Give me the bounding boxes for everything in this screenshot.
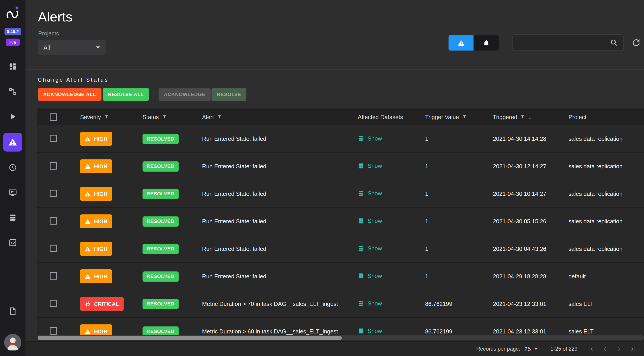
sidebar-item-dashboard[interactable] <box>4 58 22 76</box>
severity-badge: HIGH <box>80 242 112 256</box>
records-per-page-select[interactable]: 25 <box>524 346 538 352</box>
next-page-button[interactable] <box>616 346 622 352</box>
show-datasets-link[interactable]: Show <box>358 135 382 142</box>
table-row: HIGH RESOLVED Run Entered State: failed … <box>37 263 644 290</box>
monitor-icon <box>8 188 17 196</box>
sidebar-item-runs[interactable] <box>4 108 22 126</box>
resolve-all-button[interactable]: RESOLVE ALL <box>103 88 149 100</box>
play-icon <box>8 112 17 121</box>
show-datasets-link[interactable]: Show <box>358 162 382 169</box>
sidebar-item-scheduled-runs[interactable] <box>4 158 22 177</box>
column-header-alert[interactable]: Alert <box>202 114 358 120</box>
filter-icon[interactable] <box>162 114 166 119</box>
bell-icon <box>482 39 490 47</box>
trigger-value: 1 <box>425 163 493 170</box>
horizontal-scrollbar-track[interactable] <box>37 335 644 340</box>
row-checkbox[interactable] <box>50 217 57 224</box>
severity-label: CRITICAL <box>94 301 119 307</box>
sort-desc-icon[interactable]: ↓ <box>528 114 532 120</box>
table-row: HIGH RESOLVED Run Entered State: failed … <box>37 125 644 153</box>
triggered-timestamp: 2021-04-30 12:14:27 <box>493 163 568 170</box>
search-icon <box>610 38 618 47</box>
page-header: Alerts Projects All <box>26 0 644 70</box>
warning-triangle-icon <box>458 39 465 47</box>
chevron-down-icon <box>96 46 100 48</box>
alert-text: Run Entered State: failed <box>202 191 358 197</box>
last-page-button[interactable] <box>630 346 636 352</box>
document-icon <box>8 307 17 316</box>
toggle-notifications-button[interactable] <box>474 36 499 50</box>
search-input[interactable] <box>518 39 610 46</box>
warning-triangle-icon <box>84 136 91 142</box>
table-row: HIGH RESOLVED Run Entered State: failed … <box>37 180 644 208</box>
trigger-value: 1 <box>425 218 493 225</box>
show-datasets-link[interactable]: Show <box>358 328 382 334</box>
first-page-button[interactable] <box>588 346 594 352</box>
row-checkbox[interactable] <box>50 327 57 334</box>
database-icon <box>358 190 364 196</box>
column-header-triggered[interactable]: Triggered ↓ <box>493 114 568 120</box>
column-header-trigger-value[interactable]: Trigger Value <box>425 114 493 120</box>
sidebar-item-datasets[interactable] <box>4 209 22 227</box>
filter-icon[interactable] <box>217 114 222 119</box>
sidebar-item-alerts[interactable] <box>4 133 22 152</box>
show-datasets-link[interactable]: Show <box>358 272 382 279</box>
horizontal-scrollbar-thumb[interactable] <box>38 336 342 340</box>
triggered-timestamp: 2021-04-30 04:43:26 <box>493 246 568 252</box>
row-checkbox[interactable] <box>50 300 57 307</box>
acknowledge-all-button[interactable]: ACKNOWLEDGE ALL <box>38 88 101 100</box>
column-header-project[interactable]: Project <box>568 114 644 120</box>
project-name: sales data replication <box>568 163 644 170</box>
acknowledge-button[interactable]: ACKNOWLEDGE <box>159 88 211 100</box>
severity-badge: CRITICAL <box>80 297 124 311</box>
sidebar-item-integrations[interactable] <box>4 234 22 252</box>
database-icon <box>358 300 364 306</box>
environment-badge: live <box>6 38 20 46</box>
filter-icon[interactable] <box>104 114 109 119</box>
triggered-timestamp: 2021-04-29 18:28:28 <box>493 273 568 280</box>
refresh-button[interactable] <box>632 38 640 49</box>
previous-page-button[interactable] <box>602 346 608 352</box>
resolve-button[interactable]: RESOLVE <box>212 88 246 100</box>
row-checkbox[interactable] <box>50 162 57 170</box>
column-header-status[interactable]: Status <box>142 114 202 120</box>
user-avatar[interactable] <box>4 334 21 351</box>
severity-label: HIGH <box>94 218 108 224</box>
sidebar-item-monitor[interactable] <box>4 184 22 202</box>
row-checkbox[interactable] <box>50 244 57 252</box>
flame-icon <box>84 301 91 307</box>
status-badge: RESOLVED <box>142 299 178 309</box>
alert-text: Metric Duration > 70 in task DAG__sales_… <box>202 300 358 307</box>
database-icon <box>358 162 364 169</box>
sidebar-item-pipelines[interactable] <box>4 82 22 100</box>
show-datasets-link[interactable]: Show <box>358 245 382 252</box>
severity-badge: HIGH <box>80 187 112 201</box>
pager-controls <box>588 346 636 352</box>
select-all-checkbox[interactable] <box>50 113 57 120</box>
refresh-icon <box>632 38 640 47</box>
row-checkbox[interactable] <box>50 272 57 280</box>
sidebar-item-docs[interactable] <box>4 302 22 320</box>
column-header-severity[interactable]: Severity <box>80 114 142 120</box>
row-checkbox[interactable] <box>50 190 57 197</box>
database-icon <box>358 272 364 279</box>
show-datasets-link[interactable]: Show <box>358 218 382 224</box>
project-name: default <box>568 273 644 280</box>
table-body: HIGH RESOLVED Run Entered State: failed … <box>37 125 644 346</box>
column-header-affected-datasets[interactable]: Affected Datasets <box>358 114 425 120</box>
toggle-alerts-button[interactable] <box>448 36 474 50</box>
row-checkbox[interactable] <box>50 134 57 142</box>
severity-badge: HIGH <box>80 269 112 283</box>
search-box <box>513 34 624 51</box>
alert-text: Run Entered State: failed <box>202 273 358 280</box>
show-datasets-link[interactable]: Show <box>358 300 382 306</box>
project-filter-select[interactable]: All <box>38 40 106 55</box>
show-datasets-link[interactable]: Show <box>358 190 382 196</box>
alert-text: Run Entered State: failed <box>202 163 358 170</box>
app-logo[interactable] <box>4 4 22 24</box>
alert-text: Run Entered State: failed <box>202 246 358 252</box>
logo-icon <box>4 4 22 22</box>
filter-icon[interactable] <box>462 114 467 119</box>
severity-label: HIGH <box>94 328 108 334</box>
filter-icon[interactable] <box>520 114 525 119</box>
